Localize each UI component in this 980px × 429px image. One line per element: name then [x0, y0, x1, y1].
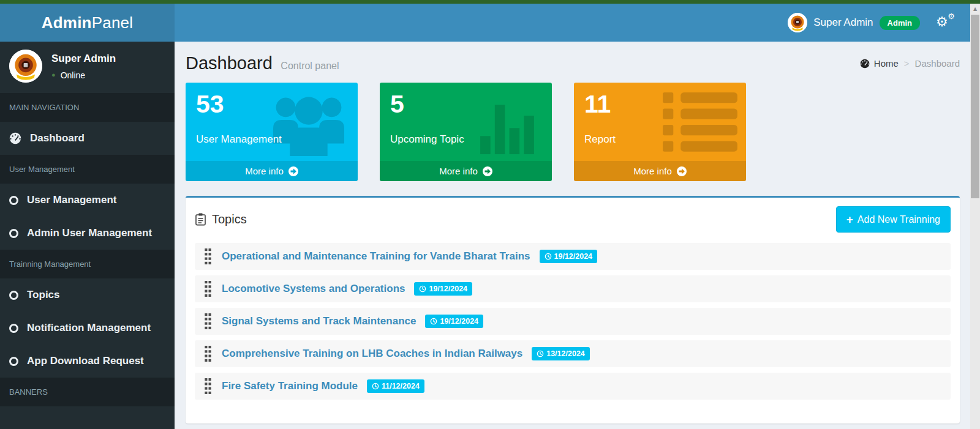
top-navbar: Super Admin Admin ⚙ ⚙ [175, 4, 970, 42]
topic-title-link[interactable]: Locomotive Systems and Operations [222, 283, 405, 295]
add-new-trainning-button[interactable]: + Add New Trainning [836, 206, 951, 233]
sidebar-item-topics[interactable]: Topics [0, 278, 175, 311]
sidebar-item-app-download-request[interactable]: App Download Request [0, 345, 175, 378]
more-info-link[interactable]: More info [380, 161, 552, 181]
navbar-user-menu[interactable]: Super Admin Admin [788, 13, 920, 32]
circle-o-icon [9, 229, 18, 238]
arrow-circle-right-icon [483, 166, 492, 176]
plus-icon: + [846, 213, 853, 226]
topic-date-badge: 19/12/2024 [425, 315, 483, 328]
topic-date-badge: 19/12/2024 [540, 250, 598, 263]
topics-panel: Topics + Add New Trainning Operational a… [186, 196, 960, 423]
main-content: Dashboard Control panel Home > Dashboard [175, 42, 970, 429]
topic-date-badge: 11/12/2024 [367, 379, 424, 393]
role-badge: Admin [880, 16, 920, 30]
menu-header-banners: BANNERS [0, 378, 175, 406]
navbar-user-name: Super Admin [813, 17, 873, 29]
sidebar-item-notification-management[interactable]: Notification Management [0, 311, 175, 345]
tachometer-icon [860, 59, 870, 69]
arrow-circle-right-icon [677, 166, 687, 176]
drag-handle-icon[interactable] [205, 248, 211, 265]
header: AdminPanel Super Admin Admin [0, 4, 970, 42]
vertical-scrollbar[interactable]: ▲ [970, 4, 980, 429]
topics-panel-header: Topics + Add New Trainning [195, 206, 951, 233]
topic-date-badge: 19/12/2024 [414, 282, 472, 296]
brand-light: Panel [92, 13, 134, 32]
menu-header-trainning-management: Trainning Management [0, 250, 175, 278]
info-box-label: User Management [196, 133, 347, 146]
sidebar-item-label: App Download Request [27, 355, 144, 367]
topic-row: Operational and Maintenance Training for… [195, 243, 951, 270]
clock-icon [537, 350, 544, 357]
drag-handle-icon[interactable] [205, 313, 211, 330]
info-box-value: 53 [196, 92, 347, 117]
breadcrumb-home[interactable]: Home [860, 58, 899, 69]
topic-row: Comprehensive Training on LHB Coaches in… [195, 340, 951, 367]
sidebar-item-label: Admin User Management [27, 227, 152, 239]
sidebar-user-name: Super Admin [51, 53, 116, 65]
drag-handle-icon[interactable] [205, 346, 211, 362]
sidebar-item-label: User Management [27, 194, 116, 206]
circle-o-icon [9, 196, 18, 205]
sidebar-avatar [9, 50, 42, 83]
sidebar-item-admin-user-management[interactable]: Admin User Management [0, 217, 175, 250]
info-box-row: 53 User Management More info [186, 83, 960, 181]
circle-o-icon [9, 291, 18, 300]
info-box-label: Upcoming Topic [390, 133, 541, 146]
topic-title-link[interactable]: Fire Safety Training Module [222, 380, 358, 392]
breadcrumb-current: Dashboard [915, 58, 960, 69]
info-box-upcoming-topic: 5 Upcoming Topic More info [380, 83, 552, 181]
info-box-value: 11 [584, 92, 736, 117]
more-info-link[interactable]: More info [186, 161, 358, 181]
breadcrumb: Home > Dashboard [860, 58, 960, 69]
topics-panel-title: Topics [195, 212, 247, 226]
drag-handle-icon[interactable] [205, 281, 211, 297]
sidebar-item-label: Topics [27, 289, 60, 301]
sidebar-item-dashboard[interactable]: Dashboard [0, 122, 175, 155]
topic-title-link[interactable]: Operational and Maintenance Training for… [222, 250, 530, 263]
info-box-value: 5 [390, 92, 541, 117]
more-info-link[interactable]: More info [574, 161, 746, 181]
sidebar-user-status[interactable]: ● Online [51, 70, 116, 80]
topic-row: Fire Safety Training Module 11/12/2024 [195, 373, 951, 400]
sidebar-item-label: Notification Management [27, 322, 151, 334]
page-subtitle: Control panel [281, 61, 339, 71]
user-avatar [788, 13, 807, 32]
content-header: Dashboard Control panel Home > Dashboard [186, 42, 960, 83]
scroll-up-button[interactable]: ▲ [970, 4, 980, 14]
gears-icon[interactable]: ⚙ ⚙ [936, 13, 954, 32]
brand-bold: Admin [42, 13, 92, 32]
info-box-user-management: 53 User Management More info [186, 83, 358, 181]
drag-handle-icon[interactable] [205, 378, 211, 395]
topic-list: Operational and Maintenance Training for… [195, 243, 951, 400]
clock-icon [419, 285, 426, 293]
topic-row: Signal Systems and Track Maintenance 19/… [195, 308, 951, 335]
topic-date-badge: 13/12/2024 [532, 347, 590, 360]
circle-o-icon [9, 324, 18, 333]
menu-header-user-management: User Management [0, 155, 175, 184]
topic-row: Locomotive Systems and Operations 19/12/… [195, 275, 951, 302]
top-accent-bar [0, 0, 980, 4]
circle-o-icon [9, 357, 18, 366]
tachometer-icon [9, 132, 21, 144]
sidebar-item-label: Dashboard [30, 132, 85, 144]
page-title: Dashboard [186, 53, 273, 73]
clock-icon [430, 318, 437, 325]
clock-icon [372, 382, 379, 390]
sidebar-item-user-management[interactable]: User Management [0, 184, 175, 217]
online-dot-icon: ● [51, 72, 56, 78]
sidebar-user-panel: Super Admin ● Online [0, 42, 175, 93]
info-box-report: 11 Report More info [574, 83, 746, 181]
info-box-label: Report [584, 133, 736, 146]
arrow-circle-right-icon [288, 166, 298, 176]
brand-logo[interactable]: AdminPanel [0, 4, 175, 42]
topic-title-link[interactable]: Comprehensive Training on LHB Coaches in… [222, 348, 522, 360]
clipboard-icon [195, 213, 206, 226]
online-label: Online [61, 70, 85, 80]
breadcrumb-separator: > [904, 58, 910, 69]
menu-header-main-navigation: MAIN NAVIGATION [0, 93, 175, 122]
topic-title-link[interactable]: Signal Systems and Track Maintenance [222, 315, 416, 327]
clock-icon [545, 253, 552, 260]
sidebar: Super Admin ● Online MAIN NAVIGATION Das… [0, 42, 175, 429]
scrollbar-thumb[interactable] [971, 15, 979, 198]
